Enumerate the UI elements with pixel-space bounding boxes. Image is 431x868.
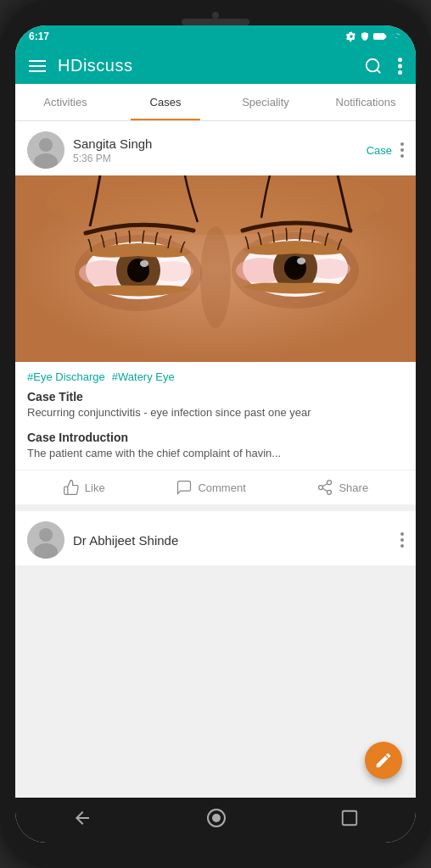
app-title: HDiscuss [58, 56, 132, 75]
case-intro-label: Case Introduction [27, 431, 404, 444]
post-card-1: Sangita Singh 5:36 PM Case [15, 121, 416, 504]
svg-point-2 [367, 58, 379, 71]
case-intro-text: The patient came with the chief complain… [27, 446, 404, 461]
phone-frame: 6:17 [0, 0, 431, 868]
svg-point-5 [398, 64, 402, 68]
avatar-sangita [27, 131, 64, 169]
post-image [15, 175, 416, 362]
tab-cases[interactable]: Cases [115, 84, 216, 120]
fab-edit-button[interactable] [365, 742, 402, 779]
status-time: 6:17 [29, 31, 49, 42]
tabs-bar: Activities Cases Speciality Notification… [15, 84, 416, 121]
svg-line-31 [323, 484, 328, 487]
svg-point-8 [39, 138, 53, 152]
tab-activities[interactable]: Activities [15, 84, 115, 120]
tag-watery-eye[interactable]: #Watery Eye [112, 370, 175, 383]
case-intro-section: Case Introduction The patient came with … [15, 424, 416, 465]
card-header-1: Sangita Singh 5:36 PM Case [15, 121, 416, 175]
toolbar-right [364, 57, 402, 75]
user-name-2: Dr Abhijeet Shinde [73, 533, 178, 548]
svg-point-12 [200, 226, 231, 328]
comment-button[interactable]: Comment [176, 479, 245, 496]
status-bar: 6:17 [15, 25, 416, 47]
svg-line-3 [377, 70, 380, 73]
tab-notifications[interactable]: Notifications [316, 84, 416, 120]
back-button[interactable] [72, 808, 92, 832]
recents-button[interactable] [340, 809, 359, 832]
svg-rect-1 [384, 35, 386, 37]
case-type-badge: Case [367, 144, 392, 157]
svg-line-30 [323, 489, 328, 492]
post2-more-button[interactable] [400, 532, 404, 548]
post-time: 5:36 PM [73, 153, 152, 164]
svg-point-4 [398, 58, 402, 62]
card-header-2: Dr Abhijeet Shinde [15, 511, 416, 565]
avatar-image [27, 131, 64, 169]
tab-speciality[interactable]: Speciality [216, 84, 316, 120]
signal-icon [390, 31, 402, 42]
share-button[interactable]: Share [316, 479, 368, 496]
case-title-label: Case Title [27, 390, 404, 403]
user-info-2: Dr Abhijeet Shinde [27, 521, 178, 559]
user-name: Sangita Singh [73, 136, 152, 151]
post-tags: #Eye Discharge #Watery Eye [15, 362, 416, 387]
post-card-2: Dr Abhijeet Shinde [15, 511, 416, 565]
edit-icon [374, 751, 393, 770]
share-label: Share [339, 481, 368, 494]
speaker [182, 19, 249, 25]
search-button[interactable] [364, 57, 383, 75]
home-circle-icon [206, 808, 227, 828]
svg-point-36 [212, 814, 221, 822]
avatar-image-2 [27, 521, 64, 559]
post-more-button[interactable] [400, 142, 404, 158]
svg-point-19 [140, 260, 148, 267]
share-icon [316, 479, 333, 496]
like-button[interactable]: Like [63, 479, 105, 496]
vertical-dots-icon [398, 58, 402, 75]
comment-icon [176, 479, 193, 496]
user-meta: Sangita Singh 5:36 PM [73, 136, 152, 164]
svg-rect-37 [343, 811, 357, 826]
user-info-1: Sangita Singh 5:36 PM [27, 131, 152, 169]
comment-label: Comment [198, 481, 245, 494]
tag-eye-discharge[interactable]: #Eye Discharge [27, 370, 105, 383]
action-bar: Like Comment Share [15, 470, 416, 504]
svg-point-33 [39, 528, 53, 542]
phone-screen: 6:17 [15, 25, 416, 843]
nav-bar [15, 798, 416, 843]
home-button[interactable] [206, 808, 227, 832]
more-options-button[interactable] [398, 58, 402, 75]
case-title-section: Case Title Recurring conjunctivitis - ey… [15, 387, 416, 424]
status-icons [346, 31, 402, 42]
toolbar-left: HDiscuss [29, 56, 132, 75]
content-area: Sangita Singh 5:36 PM Case [15, 121, 416, 798]
svg-point-29 [327, 491, 332, 495]
avatar-abhijeet [27, 521, 64, 559]
recents-icon [340, 809, 359, 827]
like-icon [63, 479, 80, 496]
menu-button[interactable] [29, 60, 46, 72]
settings-icon [346, 31, 356, 42]
case-title-text: Recurring conjunctivitis - eye infection… [27, 405, 404, 420]
shield-icon [360, 31, 370, 42]
svg-point-28 [319, 486, 323, 490]
svg-point-26 [297, 258, 305, 264]
eye-image-svg [15, 175, 416, 362]
battery-icon [373, 32, 387, 41]
back-icon [72, 808, 92, 828]
svg-point-27 [327, 481, 332, 485]
svg-rect-0 [373, 34, 384, 40]
toolbar: HDiscuss [15, 47, 416, 84]
like-label: Like [85, 481, 105, 494]
search-icon [364, 57, 383, 75]
svg-point-6 [398, 70, 402, 75]
